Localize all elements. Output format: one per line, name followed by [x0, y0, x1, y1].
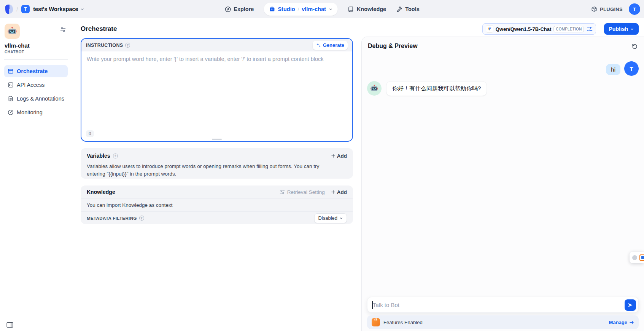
add-label: Add — [337, 153, 347, 159]
sidebar-item-api-access[interactable]: API Access — [4, 79, 68, 91]
chevron-down-icon[interactable] — [329, 7, 333, 11]
nav-tools[interactable]: Tools — [396, 6, 420, 13]
chevron-down-icon — [630, 27, 634, 31]
model-name: Qwen/Qwen1.5-7B-Chat — [496, 26, 552, 32]
workspace-switcher[interactable]: test's Workspace — [33, 6, 84, 12]
nav-explore[interactable]: Explore — [224, 6, 254, 13]
dify-logo-icon[interactable] — [5, 4, 13, 14]
breadcrumb-separator: / — [16, 6, 18, 13]
account-avatar[interactable]: T — [629, 3, 640, 15]
add-variable-button[interactable]: Add — [331, 153, 347, 159]
publish-label: Publish — [609, 26, 628, 32]
features-icon — [372, 318, 380, 326]
debug-preview-title: Debug & Preview — [368, 43, 418, 50]
retrieval-setting-button[interactable]: Retrieval Setting — [280, 189, 325, 195]
metadata-filtering-value: Disabled — [318, 215, 337, 221]
debug-preview-panel: Debug & Preview hi T 你好！有什么问题我可以帮 — [361, 37, 644, 331]
sidebar-item-orchestrate[interactable]: Orchestrate — [4, 65, 68, 77]
instructions-title: INSTRUCTIONS — [86, 43, 123, 48]
restart-conversation-icon[interactable] — [631, 43, 638, 50]
help-icon[interactable] — [113, 154, 118, 158]
workspace-avatar[interactable]: T — [21, 5, 30, 13]
arrow-right-icon — [629, 320, 634, 325]
cube-icon — [591, 6, 597, 12]
sidebar-item-monitoring[interactable]: Monitoring — [4, 106, 68, 118]
sidebar-item-label: Monitoring — [17, 109, 43, 115]
metadata-filtering-label: METADATA FILTERING — [87, 216, 137, 221]
robot-emoji-icon — [7, 26, 17, 36]
metadata-filtering-dropdown[interactable]: Disabled — [314, 213, 347, 223]
widget-extension-icon — [639, 254, 644, 261]
generate-button[interactable]: Generate — [313, 41, 348, 50]
top-navigation: / T test's Workspace Explore Studio / vl… — [0, 0, 644, 18]
chevron-down-icon — [80, 7, 84, 11]
plugins-button[interactable]: PLUGINS — [591, 6, 623, 12]
app-settings-icon[interactable] — [60, 27, 66, 32]
send-button[interactable] — [625, 299, 636, 311]
help-icon[interactable] — [139, 216, 144, 221]
nav-knowledge[interactable]: Knowledge — [348, 6, 386, 13]
features-bar: Features Enabled Manage — [367, 315, 639, 329]
chat-input[interactable] — [367, 297, 620, 312]
robot-emoji-icon — [370, 84, 378, 93]
app-sidebar: vllm-chat CHATBOT Orchestrate API Access… — [0, 18, 72, 331]
collapse-sidebar-icon[interactable] — [6, 322, 13, 328]
terminal-icon — [8, 82, 14, 88]
sidebar-item-label: Orchestrate — [17, 68, 48, 74]
divider — [600, 26, 600, 32]
publish-button[interactable]: Publish — [604, 23, 639, 35]
bot-message-bubble: 你好！有什么问题我可以帮助你吗? — [386, 81, 487, 96]
variables-panel: Variables Add Variables allow users to i… — [81, 148, 353, 179]
bot-avatar — [367, 81, 382, 96]
workspace-name: test's Workspace — [33, 6, 78, 12]
variables-title: Variables — [87, 153, 110, 159]
widget-dot-icon — [632, 255, 637, 260]
chat-message-user: hi T — [606, 61, 639, 76]
gauge-icon — [8, 109, 14, 115]
model-selector[interactable]: Qwen/Qwen1.5-7B-Chat COMPLETION — [482, 23, 596, 35]
help-icon[interactable] — [125, 43, 130, 48]
robot-icon — [269, 6, 275, 13]
retrieval-setting-label: Retrieval Setting — [287, 189, 325, 195]
nav-knowledge-label: Knowledge — [357, 6, 386, 12]
nav-studio-label: Studio — [278, 6, 295, 12]
plus-icon — [331, 190, 336, 194]
nav-tools-label: Tools — [405, 6, 420, 12]
nav-explore-label: Explore — [234, 6, 254, 12]
resize-handle[interactable] — [212, 139, 222, 140]
floating-widget[interactable] — [630, 252, 644, 263]
user-message-bubble: hi — [606, 64, 620, 75]
manage-label: Manage — [609, 320, 627, 325]
chat-message-assistant: 你好！有什么问题我可以帮助你吗? — [367, 81, 487, 96]
add-label: Add — [337, 189, 347, 195]
prompt-editor[interactable] — [81, 51, 352, 124]
sidebar-item-logs-annotations[interactable]: Logs & Annotations — [4, 93, 68, 105]
book-icon — [348, 6, 354, 13]
user-avatar: T — [624, 61, 639, 76]
instructions-panel: INSTRUCTIONS Generate 0 — [81, 38, 353, 142]
features-enabled-label: Features Enabled — [383, 320, 423, 325]
divider — [495, 89, 638, 89]
chevron-down-icon — [339, 216, 343, 220]
app-icon[interactable] — [5, 24, 20, 39]
model-params-icon[interactable] — [587, 26, 593, 32]
app-name: vllm-chat — [5, 42, 67, 49]
document-icon — [8, 96, 14, 102]
plus-icon — [331, 154, 336, 158]
add-knowledge-button[interactable]: Add — [331, 189, 347, 195]
nav-studio-active[interactable]: Studio / vllm-chat — [264, 3, 337, 16]
send-icon — [628, 302, 633, 308]
hammer-icon — [396, 6, 402, 13]
generate-label: Generate — [323, 42, 344, 48]
nav-current-app[interactable]: vllm-chat — [302, 6, 326, 12]
model-mode-badge: COMPLETION — [553, 26, 584, 32]
sliders-icon — [280, 189, 285, 195]
manage-features-link[interactable]: Manage — [609, 320, 634, 325]
knowledge-description: You can import Knowledge as context — [81, 199, 353, 211]
knowledge-panel: Knowledge Retrieval Setting Add — [81, 185, 353, 224]
sparkle-icon — [316, 43, 321, 48]
plugins-label: PLUGINS — [600, 6, 623, 12]
app-type-badge: CHATBOT — [5, 50, 67, 54]
sidebar-item-label: API Access — [17, 82, 45, 88]
main-nav: Explore Studio / vllm-chat Knowledge Too… — [224, 0, 420, 18]
